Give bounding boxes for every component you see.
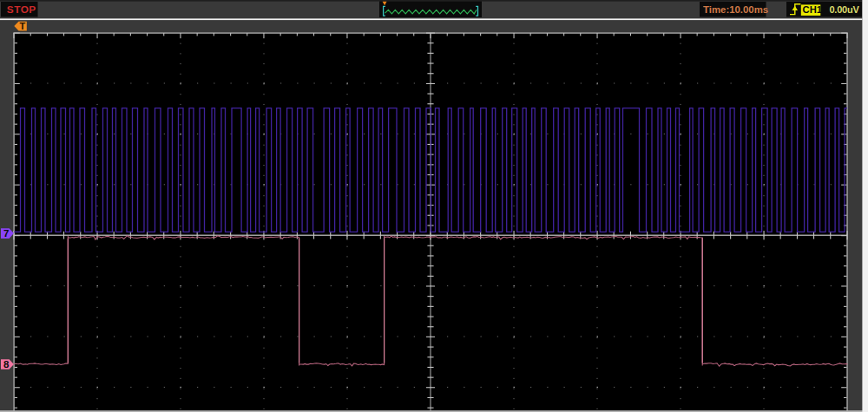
svg-text:T: T (19, 21, 25, 31)
svg-text:7: 7 (3, 228, 9, 239)
svg-text:CH1: CH1 (803, 4, 822, 15)
svg-text:0.00uV: 0.00uV (830, 4, 860, 15)
svg-text:Time:10.00ms: Time:10.00ms (703, 4, 768, 15)
svg-text:8: 8 (3, 359, 10, 369)
svg-text:STOP: STOP (7, 3, 36, 16)
